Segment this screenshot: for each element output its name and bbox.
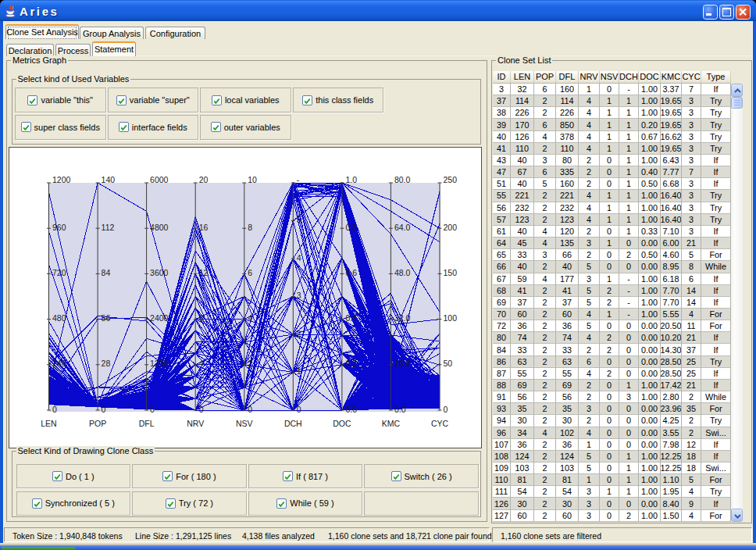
svg-text:0: 0 (444, 405, 448, 414)
svg-text:0.4: 0.4 (345, 313, 357, 323)
svg-text:100: 100 (444, 313, 458, 323)
svg-text:KMC: KMC (382, 419, 401, 428)
svg-text:0: 0 (52, 405, 57, 414)
svg-text:200: 200 (444, 223, 458, 232)
svg-text:3: 3 (297, 291, 301, 300)
svg-text:48.0: 48.0 (394, 268, 411, 277)
svg-text:2: 2 (248, 359, 252, 368)
svg-text:50: 50 (444, 359, 453, 368)
svg-text:2400: 2400 (150, 313, 169, 323)
svg-text:8: 8 (248, 223, 252, 232)
svg-text:1200: 1200 (150, 359, 169, 368)
svg-text:16: 16 (199, 223, 209, 232)
svg-text:64.0: 64.0 (394, 223, 411, 232)
svg-text:DCH: DCH (284, 419, 302, 428)
svg-text:20: 20 (199, 175, 209, 184)
svg-text:0: 0 (199, 405, 204, 414)
svg-text:1200: 1200 (52, 175, 71, 184)
svg-text:0: 0 (248, 405, 252, 414)
svg-text:480: 480 (52, 313, 66, 323)
svg-text:2: 2 (297, 329, 301, 338)
svg-text:4: 4 (297, 253, 301, 262)
svg-text:28: 28 (102, 359, 111, 368)
svg-text:NSV: NSV (236, 419, 253, 428)
svg-text:0: 0 (297, 405, 301, 414)
svg-text:0.8: 0.8 (345, 223, 357, 232)
svg-text:720: 720 (52, 268, 66, 277)
svg-text:0: 0 (150, 405, 155, 414)
svg-text:NRV: NRV (187, 419, 204, 428)
svg-text:DOC: DOC (333, 419, 351, 428)
svg-text:32.0: 32.0 (394, 313, 411, 323)
svg-text:-: - (297, 175, 300, 184)
svg-text:12: 12 (199, 268, 209, 277)
svg-text:0: 0 (102, 405, 106, 414)
svg-text:8: 8 (199, 313, 204, 323)
svg-text:0.0: 0.0 (394, 405, 406, 414)
svg-text:1.0: 1.0 (345, 175, 357, 184)
svg-text:4: 4 (199, 359, 204, 368)
svg-text:6: 6 (248, 268, 252, 277)
svg-text:1: 1 (297, 366, 301, 376)
svg-text:16.0: 16.0 (394, 359, 411, 368)
svg-text:140: 140 (102, 175, 116, 184)
svg-text:240: 240 (52, 359, 66, 368)
svg-text:80.0: 80.0 (394, 175, 411, 184)
svg-text:LEN: LEN (41, 419, 56, 428)
svg-text:84: 84 (102, 268, 111, 277)
svg-text:3600: 3600 (150, 268, 169, 277)
svg-text:150: 150 (444, 268, 458, 277)
svg-text:5: 5 (297, 215, 301, 224)
svg-text:4800: 4800 (150, 223, 169, 232)
svg-text:CYC: CYC (431, 419, 449, 428)
svg-text:4: 4 (248, 313, 252, 323)
svg-text:960: 960 (52, 223, 66, 232)
svg-text:56: 56 (102, 313, 111, 323)
svg-text:DFL: DFL (139, 419, 155, 428)
svg-text:0.2: 0.2 (345, 359, 357, 368)
svg-text:10: 10 (248, 175, 257, 184)
svg-text:0.6: 0.6 (345, 268, 357, 277)
svg-text:POP: POP (89, 419, 106, 428)
svg-text:0.0: 0.0 (345, 405, 357, 414)
svg-text:6000: 6000 (150, 175, 169, 184)
svg-text:112: 112 (102, 223, 115, 232)
svg-text:250: 250 (444, 175, 458, 184)
